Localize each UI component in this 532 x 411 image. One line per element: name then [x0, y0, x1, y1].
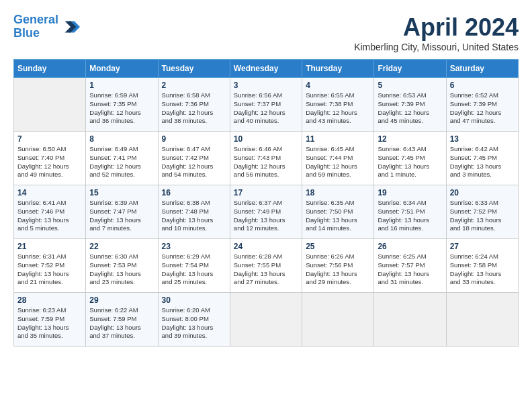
calendar-cell: 21Sunrise: 6:31 AM Sunset: 7:52 PM Dayli…	[14, 239, 86, 293]
day-content: Sunrise: 6:45 AM Sunset: 7:44 PM Dayligh…	[306, 145, 370, 179]
month-title: April 2024	[354, 13, 519, 42]
calendar-body: 1Sunrise: 6:59 AM Sunset: 7:35 PM Daylig…	[14, 78, 519, 347]
calendar-header-row: SundayMondayTuesdayWednesdayThursdayFrid…	[14, 60, 519, 78]
day-content: Sunrise: 6:46 AM Sunset: 7:43 PM Dayligh…	[234, 145, 298, 179]
column-header-wednesday: Wednesday	[230, 60, 302, 78]
day-content: Sunrise: 6:30 AM Sunset: 7:53 PM Dayligh…	[89, 253, 154, 287]
day-content: Sunrise: 6:24 AM Sunset: 7:58 PM Dayligh…	[450, 253, 515, 287]
day-content: Sunrise: 6:42 AM Sunset: 7:45 PM Dayligh…	[450, 145, 515, 179]
day-content: Sunrise: 6:28 AM Sunset: 7:55 PM Dayligh…	[234, 253, 298, 287]
day-content: Sunrise: 6:35 AM Sunset: 7:50 PM Dayligh…	[306, 199, 370, 233]
day-content: Sunrise: 6:55 AM Sunset: 7:38 PM Dayligh…	[306, 91, 370, 126]
day-number: 23	[162, 242, 226, 251]
day-number: 9	[162, 134, 226, 144]
calendar-cell: 15Sunrise: 6:39 AM Sunset: 7:47 PM Dayli…	[86, 185, 158, 239]
calendar-cell: 25Sunrise: 6:26 AM Sunset: 7:56 PM Dayli…	[302, 239, 374, 293]
calendar-cell	[302, 293, 374, 347]
day-number: 19	[378, 188, 442, 197]
day-number: 7	[17, 134, 82, 144]
day-number: 16	[162, 188, 226, 197]
day-number: 10	[234, 134, 298, 144]
calendar-cell: 19Sunrise: 6:34 AM Sunset: 7:51 PM Dayli…	[374, 185, 446, 239]
column-header-thursday: Thursday	[302, 60, 374, 78]
calendar-cell: 22Sunrise: 6:30 AM Sunset: 7:53 PM Dayli…	[86, 239, 158, 293]
column-header-saturday: Saturday	[446, 60, 518, 78]
day-number: 11	[306, 134, 370, 144]
calendar-cell: 11Sunrise: 6:45 AM Sunset: 7:44 PM Dayli…	[302, 132, 374, 185]
calendar-cell: 20Sunrise: 6:33 AM Sunset: 7:52 PM Dayli…	[446, 185, 518, 239]
day-number: 21	[17, 242, 82, 251]
day-content: Sunrise: 6:22 AM Sunset: 7:59 PM Dayligh…	[89, 306, 154, 340]
day-number: 30	[162, 295, 226, 305]
calendar-cell: 1Sunrise: 6:59 AM Sunset: 7:35 PM Daylig…	[86, 78, 158, 132]
day-number: 5	[378, 81, 442, 90]
day-number: 4	[306, 81, 370, 90]
calendar-cell: 13Sunrise: 6:42 AM Sunset: 7:45 PM Dayli…	[446, 132, 518, 185]
day-number: 27	[450, 242, 515, 251]
day-content: Sunrise: 6:49 AM Sunset: 7:41 PM Dayligh…	[89, 145, 154, 179]
calendar-cell: 30Sunrise: 6:20 AM Sunset: 8:00 PM Dayli…	[158, 293, 230, 347]
logo: GeneralBlue	[13, 13, 80, 40]
day-number: 3	[234, 81, 298, 90]
day-number: 14	[17, 188, 82, 197]
day-number: 28	[17, 295, 82, 305]
day-content: Sunrise: 6:56 AM Sunset: 7:37 PM Dayligh…	[234, 91, 298, 126]
calendar-cell: 7Sunrise: 6:50 AM Sunset: 7:40 PM Daylig…	[14, 132, 86, 185]
header: GeneralBlue April 2024 Kimberling City, …	[13, 13, 519, 52]
column-header-monday: Monday	[86, 60, 158, 78]
column-header-friday: Friday	[374, 60, 446, 78]
day-number: 25	[306, 242, 370, 251]
calendar-cell: 23Sunrise: 6:29 AM Sunset: 7:54 PM Dayli…	[158, 239, 230, 293]
location: Kimberling City, Missouri, United States	[354, 42, 519, 52]
day-number: 26	[378, 242, 442, 251]
day-content: Sunrise: 6:31 AM Sunset: 7:52 PM Dayligh…	[17, 253, 82, 287]
day-content: Sunrise: 6:50 AM Sunset: 7:40 PM Dayligh…	[17, 145, 82, 179]
day-content: Sunrise: 6:43 AM Sunset: 7:45 PM Dayligh…	[378, 145, 442, 179]
calendar-cell: 29Sunrise: 6:22 AM Sunset: 7:59 PM Dayli…	[86, 293, 158, 347]
calendar-cell: 14Sunrise: 6:41 AM Sunset: 7:46 PM Dayli…	[14, 185, 86, 239]
day-number: 12	[378, 134, 442, 144]
day-content: Sunrise: 6:29 AM Sunset: 7:54 PM Dayligh…	[162, 253, 226, 287]
logo-icon	[61, 17, 80, 36]
calendar-week-row: 28Sunrise: 6:23 AM Sunset: 7:59 PM Dayli…	[14, 293, 519, 347]
day-content: Sunrise: 6:38 AM Sunset: 7:48 PM Dayligh…	[162, 199, 226, 233]
calendar-cell: 12Sunrise: 6:43 AM Sunset: 7:45 PM Dayli…	[374, 132, 446, 185]
calendar-cell: 27Sunrise: 6:24 AM Sunset: 7:58 PM Dayli…	[446, 239, 518, 293]
calendar-cell	[14, 78, 86, 132]
day-content: Sunrise: 6:23 AM Sunset: 7:59 PM Dayligh…	[17, 306, 82, 340]
calendar-week-row: 1Sunrise: 6:59 AM Sunset: 7:35 PM Daylig…	[14, 78, 519, 132]
calendar-week-row: 21Sunrise: 6:31 AM Sunset: 7:52 PM Dayli…	[14, 239, 519, 293]
day-number: 15	[89, 188, 154, 197]
day-content: Sunrise: 6:34 AM Sunset: 7:51 PM Dayligh…	[378, 199, 442, 233]
calendar-cell: 3Sunrise: 6:56 AM Sunset: 7:37 PM Daylig…	[230, 78, 302, 132]
title-block: April 2024 Kimberling City, Missouri, Un…	[354, 13, 519, 52]
column-header-tuesday: Tuesday	[158, 60, 230, 78]
calendar-cell	[230, 293, 302, 347]
calendar-cell: 17Sunrise: 6:37 AM Sunset: 7:49 PM Dayli…	[230, 185, 302, 239]
calendar-cell: 6Sunrise: 6:52 AM Sunset: 7:39 PM Daylig…	[446, 78, 518, 132]
day-number: 13	[450, 134, 515, 144]
calendar-cell: 18Sunrise: 6:35 AM Sunset: 7:50 PM Dayli…	[302, 185, 374, 239]
column-header-sunday: Sunday	[14, 60, 86, 78]
calendar-cell: 9Sunrise: 6:47 AM Sunset: 7:42 PM Daylig…	[158, 132, 230, 185]
day-number: 1	[89, 81, 154, 90]
day-number: 20	[450, 188, 515, 197]
calendar-table: SundayMondayTuesdayWednesdayThursdayFrid…	[13, 59, 519, 347]
day-number: 24	[234, 242, 298, 251]
day-number: 29	[89, 295, 154, 305]
calendar-cell: 16Sunrise: 6:38 AM Sunset: 7:48 PM Dayli…	[158, 185, 230, 239]
calendar-cell: 2Sunrise: 6:58 AM Sunset: 7:36 PM Daylig…	[158, 78, 230, 132]
day-content: Sunrise: 6:20 AM Sunset: 8:00 PM Dayligh…	[162, 306, 226, 340]
day-content: Sunrise: 6:52 AM Sunset: 7:39 PM Dayligh…	[450, 91, 515, 126]
day-content: Sunrise: 6:26 AM Sunset: 7:56 PM Dayligh…	[306, 253, 370, 287]
day-number: 8	[89, 134, 154, 144]
day-number: 6	[450, 81, 515, 90]
calendar-cell: 8Sunrise: 6:49 AM Sunset: 7:41 PM Daylig…	[86, 132, 158, 185]
day-content: Sunrise: 6:47 AM Sunset: 7:42 PM Dayligh…	[162, 145, 226, 179]
day-content: Sunrise: 6:53 AM Sunset: 7:39 PM Dayligh…	[378, 91, 442, 126]
day-content: Sunrise: 6:33 AM Sunset: 7:52 PM Dayligh…	[450, 199, 515, 233]
calendar-cell: 24Sunrise: 6:28 AM Sunset: 7:55 PM Dayli…	[230, 239, 302, 293]
calendar-cell: 28Sunrise: 6:23 AM Sunset: 7:59 PM Dayli…	[14, 293, 86, 347]
calendar-cell: 5Sunrise: 6:53 AM Sunset: 7:39 PM Daylig…	[374, 78, 446, 132]
calendar-cell	[446, 293, 518, 347]
